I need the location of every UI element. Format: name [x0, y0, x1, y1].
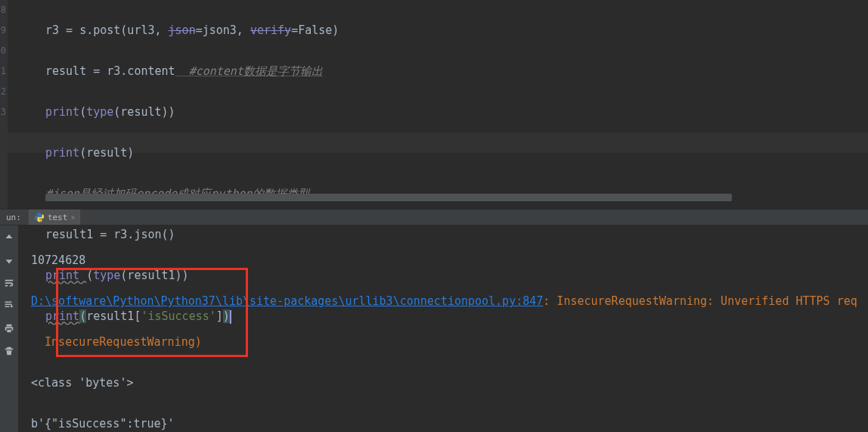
code-content[interactable]: r3 = s.post(url3, json=json3, verify=Fal…: [8, 0, 868, 209]
python-icon: [34, 212, 45, 222]
rerun-up-icon[interactable]: [0, 228, 18, 247]
console-toolbar: [0, 225, 19, 432]
console-output[interactable]: 10724628 D:\software\Python\Python37\lib…: [19, 225, 868, 432]
output-line: b'{"isSuccess":true}': [31, 414, 857, 432]
trash-icon[interactable]: [0, 342, 18, 360]
wrap-icon[interactable]: [0, 274, 18, 292]
line-gutter: 8 9 0 1 2 3: [0, 0, 8, 209]
output-line: InsecureRequestWarning): [31, 332, 857, 353]
output-line: D:\software\Python\Python37\lib\site-pac…: [31, 291, 857, 312]
output-line: 10724628: [31, 250, 857, 271]
output-line: <class 'bytes'>: [31, 373, 857, 393]
file-link[interactable]: D:\software\Python\Python37\lib\site-pac…: [31, 294, 543, 308]
code-editor[interactable]: 8 9 0 1 2 3 r3 = s.post(url3, json=json3…: [0, 0, 868, 209]
run-label: un:: [2, 213, 26, 222]
scroll-icon[interactable]: [0, 297, 18, 315]
down-icon[interactable]: [0, 251, 18, 269]
horizontal-scrollbar[interactable]: [45, 194, 732, 201]
print-icon[interactable]: [0, 319, 18, 337]
